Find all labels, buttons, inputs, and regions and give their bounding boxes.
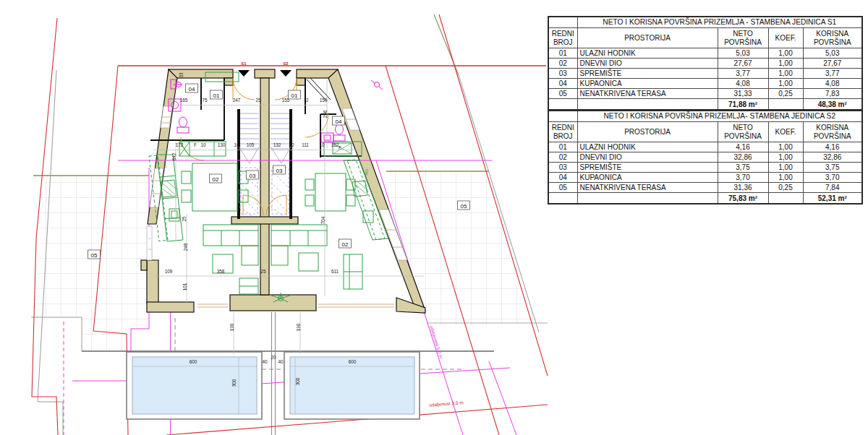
table-row: 01ULAZNI HODNIK4,161,004,16 [548,142,862,152]
dimension-label: 247 [233,98,241,103]
table-cell: 4,16 [803,142,862,152]
dimension-label: 105 [247,142,255,147]
dimension-label: 10 [289,142,294,147]
dimension-label: F [194,142,197,147]
table-cell: 31,33 [718,89,768,99]
table-cell: 4,08 [803,79,862,89]
house-walls [141,69,425,313]
unit-labels: S1S2 [241,61,289,66]
dimension-label: 165 [180,98,188,103]
dimension-label: 300 [231,379,237,387]
table-title-row: NETO I KORISNA POVRŠINA PRIZEMLJA - STAM… [548,17,862,28]
dimension-label: 130 [218,142,226,147]
dimension-label: 33 [179,72,184,78]
table-cell: 7,83 [803,89,862,99]
table-cell: DNEVNI DIO [577,59,718,69]
table-cell: 3,70 [718,173,768,183]
room-label: 03 [273,165,286,174]
sink [321,133,333,142]
toilet [336,124,344,134]
table-row: 05NENATKRIVENA TERASA31,330,257,83 [548,89,862,99]
table-cell: 1,00 [768,79,803,89]
total-neto: 71,88 m² [718,99,768,111]
terrace-left-grid [35,176,149,351]
dimension-label: 40 [262,359,268,364]
table-cell: NENATKRIVENA TERASA [577,89,718,99]
col-header-koef: KOEF. [768,28,803,48]
dimension-label: 20 [271,355,276,360]
dimension-label: 111 [302,142,309,147]
table-cell: 01 [548,142,577,152]
table-row: 03SPREMIŠTE3,771,003,77 [548,69,862,79]
dimension-label: 40 [278,359,284,364]
tap [375,82,380,87]
table-cell: 27,67 [803,59,862,69]
col-header-korisna: KORISNA POVRŠINA [803,28,862,48]
table-cell: ULAZNI HODNIK [577,48,718,59]
title-blank-cell [548,111,577,122]
table-cell: 02 [548,152,577,163]
col-header-prostorija: PROSTORIJA [577,122,718,142]
room-label: 03 [247,171,259,179]
col-header-neto: NETO POVRŠINA [718,122,768,142]
dimension-label: 10 [234,142,239,147]
dimension-label: 611 [331,269,339,274]
table-cell: 32,86 [718,152,768,163]
table-cell: 3,70 [803,173,862,183]
table-header-row: REDNI BROJ PROSTORIJA NETO POVRŠINA KOEF… [548,122,862,142]
dimension-label: 10 [200,142,206,147]
table-cell: 7,84 [803,183,862,193]
area-table-s1: NETO I KORISNA POVRŠINA PRIZEMLJA - STAM… [548,16,863,111]
col-header-redni-broj: REDNI BROJ [548,28,577,48]
dimension-label: 109 [165,269,173,274]
dimension-label: 704 [320,216,326,224]
svg-text:05: 05 [91,252,98,259]
dimension-label: 150 [320,98,328,103]
table-row: 05NENATKRIVENA TERASA31,360,257,84 [548,183,862,193]
table-total-row: 71,88 m² 48,38 m² [548,99,862,111]
dimension-label: F [339,145,341,150]
table-cell: 3,75 [718,163,768,173]
table-cell: 3,77 [718,69,768,79]
dimension-label: 296 [323,110,328,118]
table-cell: 05 [548,183,577,193]
table-cell: SPREMIŠTE [577,69,718,79]
svg-text:04: 04 [189,86,195,92]
room-label: 01 [289,90,301,99]
dimension-label: 600 [349,359,357,364]
table-cell: 1,00 [768,69,803,79]
drawing-sheet: 165752472515572150172F101301010513210111… [0,0,868,435]
svg-text:03: 03 [276,168,283,174]
table-cell: 04 [548,79,577,89]
table-cell: 05 [548,89,577,99]
table-cell: 4,16 [718,142,768,152]
area-tables: NETO I KORISNA POVRŠINA PRIZEMLJA - STAM… [548,16,863,204]
table-cell: 31,36 [718,183,768,193]
table-cell: 02 [548,59,577,69]
title-blank-cell [548,17,577,28]
table-cell: 04 [548,173,577,183]
table-row: 02DNEVNI DIO27,671,0027,67 [548,59,862,69]
dimension-label: 132 [273,142,281,147]
svg-text:03: 03 [250,173,256,179]
table-cell: 32,86 [803,152,862,163]
dimension-label: 101 [182,283,187,290]
table-cell: 1,00 [768,142,803,152]
windows [147,106,407,307]
dimension-label: 248 [183,243,188,251]
dimension-label: 25 [260,269,266,274]
table-cell: NENATKRIVENA TERASA [577,183,718,193]
annotation-label: udaljenost 3,0 m [429,400,464,408]
table-cell: KUPAONICA [577,173,718,183]
room-label: 02 [210,174,222,183]
unit-label: S2 [283,61,289,66]
table-cell: 0,25 [768,183,803,193]
unit-label: S1 [241,61,247,66]
table-title: NETO I KORISNA POVRŠINA PRIZEMLJA - STAM… [577,17,862,28]
table-cell: ULAZNI HODNIK [577,142,718,152]
table-cell: 1,00 [768,152,803,163]
dimension-label: 172 [176,142,184,147]
table-cell: SPREMIŠTE [577,163,718,173]
dimension-label: 75 [202,98,208,103]
area-table-s2: NETO I KORISNA POVRŠINA PRIZEMLJA- STAMB… [548,110,863,204]
